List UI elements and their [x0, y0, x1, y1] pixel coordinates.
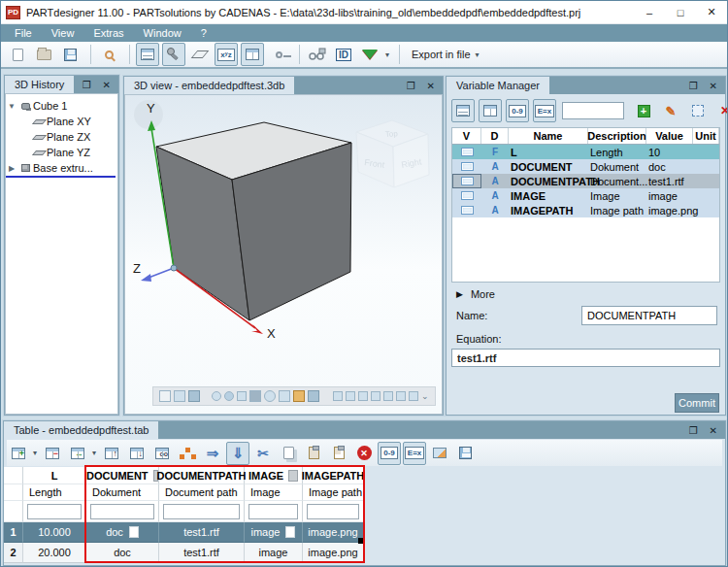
hierarchy-button[interactable] — [176, 442, 199, 465]
filter-input-DOCUMENTPATH[interactable] — [163, 504, 240, 519]
save-table-button[interactable] — [453, 442, 477, 465]
split-view-icon[interactable] — [159, 390, 171, 402]
image-file-icon[interactable] — [285, 526, 295, 538]
col-DOCUMENTPATH[interactable]: DOCUMENTPATH — [159, 467, 245, 484]
cell-L[interactable]: 10.000 — [23, 522, 86, 543]
col-header-v[interactable]: V — [452, 128, 481, 144]
paste-special-button[interactable] — [327, 442, 350, 465]
chevron-down-icon[interactable]: ⌄ — [421, 391, 429, 401]
filter-input-DOCUMENT[interactable] — [90, 504, 154, 519]
id-button[interactable]: ID — [332, 43, 355, 66]
view-orientation-4-icon[interactable] — [371, 391, 381, 401]
measure-icon[interactable] — [249, 390, 261, 402]
key-button[interactable] — [267, 43, 290, 66]
equation-input[interactable] — [451, 349, 720, 367]
refresh-preview-button[interactable] — [428, 442, 451, 465]
menu-file[interactable]: File — [5, 27, 42, 39]
delete-button[interactable]: ✕ — [352, 442, 376, 465]
view-orientation-7-icon[interactable] — [409, 391, 418, 401]
document-file-icon[interactable] — [129, 526, 139, 538]
table-view-button[interactable] — [241, 43, 264, 66]
move-row-down-button[interactable]: ↓ — [125, 442, 149, 465]
name-input[interactable] — [581, 306, 717, 325]
selection-handle[interactable] — [358, 538, 364, 544]
menu-help[interactable]: ? — [191, 27, 216, 39]
col-IMAGEPATH[interactable]: IMAGEPATH — [303, 467, 364, 484]
view-orientation-5-icon[interactable] — [383, 391, 393, 401]
more-expander[interactable]: ▶ More — [456, 288, 495, 300]
transfer-right-button[interactable]: ⇒ — [201, 442, 224, 465]
table-float-button[interactable]: ❐ — [689, 425, 698, 436]
3d-glasses-button[interactable] — [306, 43, 329, 66]
view-float-button[interactable]: ❐ — [407, 81, 415, 91]
vm-search-input[interactable] — [562, 102, 624, 119]
view-orientation-1-icon[interactable] — [333, 391, 343, 401]
variables-button[interactable]: xʸz — [215, 43, 238, 66]
table-row-1[interactable]: 1 10.000 doc test1.rtf image image.png — [4, 522, 364, 543]
view-orientation-3-icon[interactable] — [358, 391, 368, 401]
maximize-button[interactable]: □ — [665, 1, 696, 23]
col-header-name[interactable]: Name — [509, 128, 588, 144]
menu-extras[interactable]: Extras — [83, 27, 133, 39]
image-plane-icon[interactable] — [279, 390, 290, 402]
new-file-button[interactable] — [6, 43, 29, 66]
vm-add-button[interactable]: + — [632, 99, 655, 122]
col-IMAGE[interactable]: IMAGE — [245, 467, 303, 484]
wireframe-view-icon[interactable] — [188, 390, 200, 402]
plane-button[interactable] — [188, 43, 212, 66]
vm-delete-button[interactable]: ✕ — [713, 99, 728, 122]
folder-icon[interactable] — [293, 390, 305, 402]
cell-DOCUMENT[interactable]: doc — [86, 522, 159, 543]
variable-row-IMAGEPATH[interactable]: A IMAGEPATH Image path image.png — [452, 203, 719, 217]
cube-view-icon[interactable] — [308, 390, 319, 402]
add-row-dropdown-caret[interactable]: ▾ — [33, 449, 37, 457]
minimize-button[interactable]: – — [634, 1, 665, 23]
cell-L[interactable]: 20.000 — [23, 543, 86, 563]
vm-edit-button[interactable]: ✎ — [659, 99, 682, 122]
quality-dropdown-caret[interactable]: ▾ — [385, 50, 389, 59]
table-row-2[interactable]: 2 20.000 doc test1.rtf image image.png — [4, 543, 364, 563]
cell-DOCUMENTPATH[interactable]: test1.rtf — [159, 543, 245, 563]
view-close-button[interactable]: ✕ — [427, 81, 435, 91]
cell-IMAGEPATH[interactable]: image.png — [303, 522, 364, 543]
vm-columns-view-button[interactable] — [479, 99, 502, 122]
col-DOCUMENT[interactable]: DOCUMENT — [86, 467, 159, 484]
shaded-view-icon[interactable] — [174, 390, 185, 402]
vm-formula-button[interactable]: E=x — [533, 99, 556, 122]
preview-table-button[interactable]: oo — [150, 442, 174, 465]
move-row-up-button[interactable]: ↑ — [100, 442, 123, 465]
view-3d-canvas[interactable]: Top Front Right Y Z X — [124, 94, 443, 415]
vm-digits-button[interactable]: 0-9 — [506, 99, 529, 122]
col-header-unit[interactable]: Unit — [693, 128, 719, 144]
chevron-right-icon[interactable]: ▶ — [6, 164, 17, 173]
vm-close-button[interactable]: ✕ — [710, 81, 717, 91]
projector-icon[interactable] — [237, 391, 247, 401]
copy-button[interactable] — [277, 442, 300, 465]
remove-row-button[interactable]: − — [41, 442, 64, 465]
view-orientation-2-icon[interactable] — [346, 391, 355, 401]
cell-DOCUMENT[interactable]: doc — [86, 543, 159, 563]
vm-rows-view-button[interactable] — [451, 99, 475, 122]
tree-item-plane-yz[interactable]: Plane YZ — [6, 145, 117, 160]
sketcher-button[interactable] — [162, 43, 185, 66]
menu-view[interactable]: View — [42, 27, 84, 39]
sphere-view-icon[interactable] — [224, 391, 234, 401]
zoom-view-icon[interactable] — [212, 391, 221, 401]
history-close-button[interactable]: ✕ — [103, 80, 111, 90]
variable-row-DOCUMENTPATH[interactable]: A DOCUMENTPATH Document... test1.rtf — [452, 174, 719, 188]
tree-item-plane-xy[interactable]: Plane XY — [6, 114, 117, 129]
variable-row-DOCUMENT[interactable]: A DOCUMENT Dokument doc — [452, 159, 719, 174]
filter-input-IMAGEPATH[interactable] — [307, 504, 359, 519]
variable-row-L[interactable]: F L Length 10 — [452, 145, 719, 159]
transfer-down-button[interactable]: ⇓ — [226, 442, 249, 465]
paste-button[interactable] — [302, 442, 325, 465]
cell-IMAGEPATH[interactable]: image.png — [303, 543, 364, 563]
export-dropdown-caret[interactable]: ▾ — [476, 50, 480, 59]
save-button[interactable] — [58, 43, 82, 66]
commit-button[interactable]: Commit — [675, 393, 719, 413]
digits-toggle-button[interactable]: 0-9 — [378, 442, 401, 465]
insert-column-dropdown-caret[interactable]: ▾ — [92, 449, 96, 457]
history-float-button[interactable]: ❐ — [83, 80, 91, 90]
search-button[interactable] — [97, 43, 120, 66]
table-close-button[interactable]: ✕ — [710, 425, 717, 436]
